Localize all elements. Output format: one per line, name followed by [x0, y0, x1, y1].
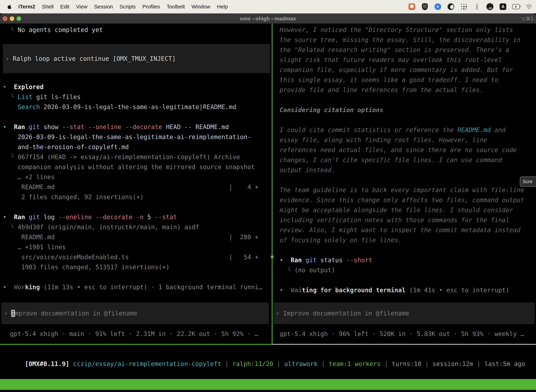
left-terminal-pane[interactable]: └ No agents completed yet › Ralph loop a…	[0, 23, 272, 344]
text-segment: |	[421, 360, 432, 367]
text-segment: Wor	[14, 284, 25, 291]
text-segment: |	[318, 360, 329, 367]
text-segment: slight risk that future readers may over…	[280, 56, 502, 63]
text-segment: Ran	[14, 214, 25, 221]
text-segment	[92, 214, 96, 221]
wifi-icon[interactable]	[525, 3, 533, 10]
menu-item-scripts[interactable]: Scripts	[120, 4, 136, 10]
terminal-line: I could cite commit statistics or refere…	[280, 125, 536, 135]
menu-item-toolbelt[interactable]: Toolbelt	[167, 4, 185, 10]
text-segment: Wai	[291, 287, 302, 294]
menu-items: iTerm2ShellEditViewSessionScriptsProfile…	[14, 4, 228, 10]
menu-item-iterm2[interactable]: iTerm2	[18, 4, 35, 10]
text-segment: Ran	[291, 257, 302, 264]
terminal-line: └ (no output)	[280, 265, 536, 275]
text-segment: --decorate	[96, 214, 133, 221]
window-shortcut-hint: ⌥⌘1	[520, 14, 534, 24]
text-segment: •	[3, 123, 14, 131]
omx-status-line: [OMX#0.11.9] cczip/essay/ai-reimplementa…	[3, 349, 525, 359]
text-segment: and-the-erosion-of-copyleft.md	[3, 144, 129, 150]
menu-item-window[interactable]: Window	[191, 4, 210, 10]
input-line: › Improve documentation in @filename	[276, 310, 409, 317]
menu-item-session[interactable]: Session	[94, 4, 113, 10]
text-segment: git	[29, 214, 40, 221]
dots-grid-icon[interactable]	[460, 3, 468, 10]
text-segment: companion file, especially if more comme…	[280, 66, 513, 73]
text-segment: output instead.	[280, 167, 335, 173]
menu-item-shell[interactable]: Shell	[42, 4, 54, 10]
assistant-key-icon[interactable]: A	[499, 3, 507, 10]
menu-item-profiles[interactable]: Profiles	[142, 4, 160, 10]
text-segment: ralph:11/20	[232, 360, 273, 367]
text-segment	[25, 123, 29, 131]
text-segment: --stat	[62, 123, 84, 131]
text-segment: HEAD	[162, 123, 184, 131]
left-model-status: gpt-5.4 xhigh · main · 91% left · 2.31M …	[10, 329, 258, 339]
chat-app-icon[interactable]	[408, 3, 416, 10]
text-segment: (no output)	[294, 267, 335, 274]
text-segment: ›	[276, 310, 283, 317]
terminal-line: review. Also, I might want to inspect th…	[280, 225, 536, 235]
text-segment: [OMX#0.11.9]	[25, 360, 69, 367]
terminal-line: Search 2026-03-09-is-legal-the-same-as-l…	[3, 102, 272, 112]
left-prompt-input[interactable]: › Improve documentation in @filename	[1, 303, 269, 324]
text-segment: •	[3, 284, 14, 291]
text-segment: The team guideline is to back every impo…	[280, 187, 524, 194]
text-segment: --	[184, 123, 192, 131]
text-segment: ting for background terminal	[302, 287, 406, 294]
terminal-line: the source tree, missing the essay. Stil…	[280, 35, 536, 45]
text-segment: Ran	[14, 123, 25, 131]
usage-badge-icon[interactable]: ..61	[486, 3, 494, 10]
menu-item-help[interactable]: Help	[217, 4, 228, 10]
menu-item-view[interactable]: View	[76, 4, 87, 10]
window-titlebar[interactable]: omx --xhigh --madmax ⌥⌘1	[0, 13, 536, 23]
squiggle-icon[interactable]	[473, 3, 481, 10]
menu-bar: iTerm2ShellEditViewSessionScriptsProfile…	[0, 0, 536, 13]
terminal-line: 1903 files changed, 513517 insertions(+)	[3, 262, 272, 272]
sync-app-icon[interactable]	[434, 3, 442, 10]
apple-logo-icon[interactable]	[7, 4, 12, 9]
text-segment: cczip/essay/ai-reimplementation-copyleft	[73, 360, 221, 367]
text-segment: of focusing solely on file lines.	[280, 237, 402, 244]
terminal-line: provide file and line references from th…	[280, 85, 536, 95]
text-segment: (1m 41s • esc to interrupt)	[406, 287, 509, 294]
terminal-line: • Ran git log --oneline --decorate -n 5 …	[3, 212, 272, 222]
text-segment: 2026-03-09-is-legal-the-same-as-legitima…	[40, 103, 236, 111]
right-prompt-input[interactable]: › Improve documentation in @filename	[273, 303, 535, 324]
text-segment: Search	[18, 103, 40, 111]
terminal-line: … +2 lines	[3, 172, 272, 182]
text-segment: ultrawork	[284, 360, 318, 367]
text-segment: ›	[4, 310, 11, 317]
text-segment	[69, 360, 73, 367]
inject-line: › Ralph loop active continue [OMX_TMUX_I…	[5, 55, 176, 62]
text-segment: 1903 files changed, 513517 insertions(+)	[3, 264, 170, 271]
ralph-inject-box: › Ralph loop active continue [OMX_TMUX_I…	[3, 44, 270, 73]
text-segment: README.md	[192, 123, 229, 131]
terminal-line: • Ran git show --stat --oneline --decora…	[3, 122, 272, 132]
text-segment: 2026-03-09-is-legal-the-same-as-legitima…	[3, 134, 251, 140]
text-segment: No agents completed yet	[18, 26, 103, 33]
menu-item-edit[interactable]: Edit	[60, 4, 69, 10]
terminal-line: └ List git ls-files	[3, 92, 272, 102]
terminal-line: the "Related research writing" section i…	[280, 45, 536, 55]
text-segment: └	[3, 224, 18, 231]
text-segment: --stat	[155, 214, 177, 221]
text-segment: essay file, along with finding root file…	[280, 136, 487, 144]
right-terminal-pane[interactable]: However, I noticed the "Directory Struct…	[273, 23, 536, 344]
text-segment	[121, 123, 125, 131]
battery-icon[interactable]	[512, 3, 520, 10]
terminal-line: However, I noticed the "Directory Struct…	[280, 25, 536, 35]
terminal-line: README.md | 280 +	[3, 232, 272, 242]
text-segment: └	[3, 93, 18, 100]
terminal-line: • Working (11m 13s • esc to interrupt) ·…	[3, 282, 272, 292]
text-segment: --oneline	[88, 123, 121, 131]
shield-icon[interactable]	[421, 3, 429, 10]
pane-bottom-border-active	[0, 344, 273, 345]
screen-overlay-chip[interactable]: Scre	[520, 177, 536, 187]
text-segment: log	[40, 214, 58, 221]
blank-line	[3, 272, 272, 282]
text-segment	[84, 123, 88, 131]
moon-app-icon[interactable]	[447, 3, 455, 10]
text-segment: … +1901 lines	[3, 244, 66, 251]
text-segment: provide file and line references from th…	[280, 86, 483, 93]
